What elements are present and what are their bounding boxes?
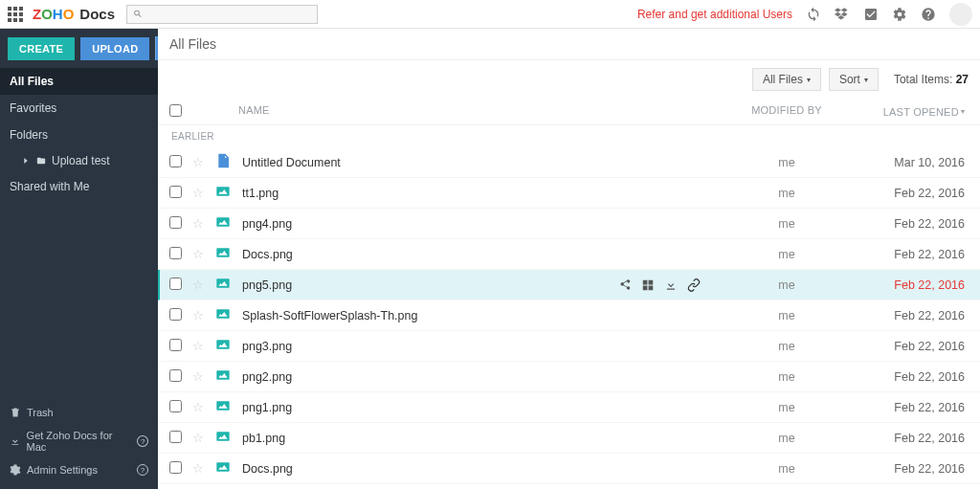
row-checkbox[interactable] (169, 186, 182, 198)
sb-getapp[interactable]: Get Zoho Docs for Mac ? (0, 424, 158, 458)
star-icon[interactable]: ☆ (192, 278, 204, 292)
modified-by: me (720, 248, 854, 261)
last-opened: Feb 22, 2016 (854, 217, 969, 231)
star-icon[interactable]: ☆ (192, 339, 204, 353)
apps-grid-icon[interactable] (8, 7, 23, 22)
col-modified[interactable]: MODIFIED BY (720, 104, 854, 119)
star-icon[interactable]: ☆ (192, 155, 204, 169)
help-icon[interactable] (921, 7, 936, 22)
help-badge-icon[interactable]: ? (137, 464, 148, 476)
file-type-icon (215, 429, 231, 444)
star-icon[interactable]: ☆ (192, 186, 204, 200)
modified-by: me (720, 217, 854, 231)
row-checkbox[interactable] (169, 400, 182, 412)
file-type-icon (215, 184, 231, 199)
row-checkbox[interactable] (169, 216, 182, 229)
organize-icon[interactable] (641, 278, 655, 292)
star-icon[interactable]: ☆ (192, 247, 204, 261)
settings-icon[interactable] (892, 7, 907, 22)
file-name[interactable]: pb1.png (238, 432, 720, 445)
nav-shared[interactable]: Shared with Me (0, 173, 158, 200)
download-icon[interactable] (664, 278, 678, 292)
last-opened: Feb 22, 2016 (854, 187, 969, 200)
dropbox-icon[interactable] (835, 7, 850, 22)
file-name[interactable]: png1.png (238, 401, 720, 414)
sb-trash[interactable]: Trash (0, 401, 158, 424)
file-row[interactable]: ☆Docs.pngmeFeb 22, 2016 (158, 239, 980, 270)
file-row[interactable]: ☆png2.pngmeFeb 22, 2016 (158, 362, 980, 392)
row-checkbox[interactable] (169, 247, 182, 259)
tasks-icon[interactable] (863, 7, 879, 22)
row-checkbox[interactable] (169, 431, 182, 443)
modified-by: me (720, 432, 854, 445)
file-row[interactable]: ☆Splash-SoftFlowerSplash-Th.pngmeFeb 22,… (158, 300, 980, 331)
row-checkbox[interactable] (169, 339, 182, 351)
chevron-down-icon: ▾ (807, 76, 811, 84)
file-name[interactable]: png5.png (238, 278, 618, 292)
star-icon[interactable]: ☆ (192, 431, 204, 445)
upload-button[interactable]: UPLOAD (80, 37, 149, 60)
file-row[interactable]: ☆pb1.pngmeFeb 22, 2016 (158, 423, 980, 454)
search-input[interactable] (146, 9, 311, 20)
star-icon[interactable]: ☆ (192, 308, 204, 322)
row-checkbox[interactable] (169, 308, 182, 321)
filter-dropdown[interactable]: All Files▾ (752, 68, 821, 91)
file-row[interactable]: ☆mpg-100mb - Copy (6).mpgmeFeb 22, 2016 (158, 484, 980, 489)
file-name[interactable]: png2.png (238, 370, 720, 384)
file-type-icon (215, 245, 231, 260)
col-name[interactable]: NAME (238, 104, 720, 119)
select-all-checkbox[interactable] (169, 104, 182, 117)
chevron-down-icon: ▾ (864, 76, 868, 84)
file-row[interactable]: ☆tt1.pngmeFeb 22, 2016 (158, 178, 980, 209)
help-badge-icon[interactable]: ? (137, 435, 148, 447)
file-row[interactable]: ☆Untitled DocumentmeMar 10, 2016 (158, 147, 980, 178)
file-name[interactable]: png4.png (238, 217, 720, 231)
file-name[interactable]: tt1.png (238, 187, 720, 200)
sidebar: CREATE UPLOAD ▾ All Files Favorites Fold… (0, 29, 158, 489)
file-name[interactable]: Splash-SoftFlowerSplash-Th.png (238, 309, 720, 322)
file-row[interactable]: ☆png5.pngmeFeb 22, 2016 (158, 270, 980, 300)
sort-dropdown[interactable]: Sort▾ (829, 68, 879, 91)
file-row[interactable]: ☆png3.pngmeFeb 22, 2016 (158, 331, 980, 362)
link-icon[interactable] (687, 278, 701, 292)
file-row[interactable]: ☆png1.pngmeFeb 22, 2016 (158, 392, 980, 423)
file-name[interactable]: Docs.png (238, 462, 720, 476)
modified-by: me (720, 462, 854, 476)
file-row[interactable]: ☆Docs.pngmeFeb 22, 2016 (158, 454, 980, 484)
refer-link[interactable]: Refer and get additional Users (637, 8, 792, 21)
col-opened[interactable]: LAST OPENED▾ (854, 104, 969, 119)
share-icon[interactable] (618, 278, 632, 292)
nav-all-files[interactable]: All Files (0, 68, 158, 95)
sync-icon[interactable] (806, 7, 821, 22)
row-checkbox[interactable] (169, 278, 182, 290)
nav-folder-item[interactable]: Upload test (0, 148, 158, 173)
modified-by: me (720, 278, 854, 292)
last-opened: Feb 22, 2016 (854, 248, 969, 261)
avatar[interactable] (949, 3, 972, 26)
gear-icon (10, 464, 21, 476)
modified-by: me (720, 370, 854, 384)
nav-folders[interactable]: Folders (0, 122, 158, 148)
file-type-icon (215, 214, 231, 230)
sb-admin[interactable]: Admin Settings ? (0, 458, 158, 481)
row-checkbox[interactable] (169, 461, 182, 474)
star-icon[interactable]: ☆ (192, 400, 204, 414)
star-icon[interactable]: ☆ (192, 216, 204, 231)
modified-by: me (720, 309, 854, 322)
row-checkbox[interactable] (169, 369, 182, 382)
modified-by: me (720, 401, 854, 414)
table-header: NAME MODIFIED BY LAST OPENED▾ (158, 99, 980, 125)
file-type-icon (215, 398, 231, 413)
file-row[interactable]: ☆png4.pngmeFeb 22, 2016 (158, 209, 980, 239)
star-icon[interactable]: ☆ (192, 369, 204, 384)
zoho-logo: ZOHO (33, 6, 74, 22)
nav-favorites[interactable]: Favorites (0, 95, 158, 122)
row-checkbox[interactable] (169, 155, 182, 167)
star-icon[interactable]: ☆ (192, 461, 204, 476)
page-title: All Files (158, 29, 980, 60)
file-name[interactable]: Docs.png (238, 248, 720, 261)
file-name[interactable]: png3.png (238, 340, 720, 353)
file-name[interactable]: Untitled Document (238, 156, 720, 169)
create-button[interactable]: CREATE (8, 37, 75, 60)
search-box[interactable] (126, 5, 318, 24)
